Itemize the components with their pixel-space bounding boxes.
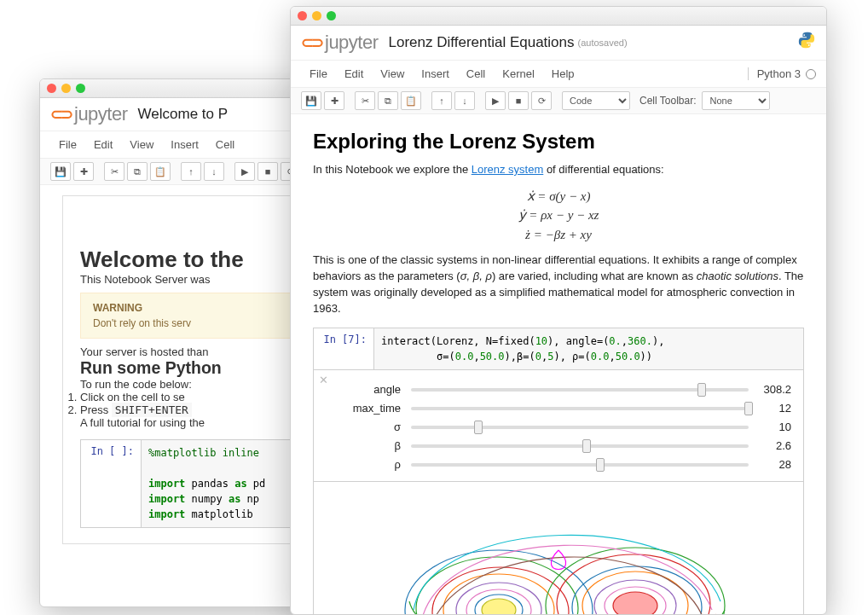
widget-label: σ xyxy=(326,421,411,433)
widget-label: max_time xyxy=(326,402,411,415)
cell-toolbar-label: Cell Toolbar: xyxy=(639,95,696,107)
widget-label: angle xyxy=(326,383,411,396)
menu-insert[interactable]: Insert xyxy=(413,64,458,84)
menu-file[interactable]: File xyxy=(301,64,336,84)
menu-help[interactable]: Help xyxy=(543,64,583,84)
widget-row-β: β2.6 xyxy=(326,438,791,454)
equation-block: ẋ = σ(y − x) ẏ = ρx − y − xz ż = −βz + x… xyxy=(313,187,804,245)
cell-toolbar-select[interactable]: None xyxy=(702,91,770,110)
header: ⊂⊃ jupyter Lorenz Differential Equations… xyxy=(291,26,826,61)
lorenz-link[interactable]: Lorenz system xyxy=(472,163,544,176)
restart-button[interactable]: ⟳ xyxy=(531,91,552,110)
widget-value: 2.6 xyxy=(749,439,791,452)
slider-angle[interactable] xyxy=(411,382,749,397)
menu-view[interactable]: View xyxy=(121,135,162,154)
prompt: In [7]: xyxy=(314,328,373,369)
move-down-button[interactable]: ↓ xyxy=(204,162,224,181)
cut-button[interactable]: ✂ xyxy=(104,162,124,181)
foreground-window: ⊂⊃ jupyter Lorenz Differential Equations… xyxy=(290,6,827,615)
slider-ρ[interactable] xyxy=(411,457,749,473)
page-title: Exploring the Lorenz System xyxy=(313,130,804,154)
copy-button[interactable]: ⧉ xyxy=(127,162,148,181)
widget-value: 10 xyxy=(749,421,791,433)
stop-button[interactable]: ■ xyxy=(258,162,278,181)
eq-2: ẏ = ρx − y − xz xyxy=(313,206,804,225)
titlebar xyxy=(291,7,826,26)
menu-edit[interactable]: Edit xyxy=(85,135,121,154)
menu-cell[interactable]: Cell xyxy=(458,64,494,84)
svg-point-14 xyxy=(613,592,657,615)
paste-button[interactable]: 📋 xyxy=(401,91,421,110)
save-button[interactable]: 💾 xyxy=(301,91,321,110)
run-button[interactable]: ▶ xyxy=(234,162,255,181)
maximize-icon[interactable] xyxy=(327,11,336,20)
maximize-icon[interactable] xyxy=(76,84,85,93)
kernel-indicator: Python 3 xyxy=(748,67,816,80)
stop-button[interactable]: ■ xyxy=(508,91,529,110)
widget-value: 308.2 xyxy=(749,383,791,396)
slider-max_time[interactable] xyxy=(411,401,749,416)
add-cell-button[interactable]: ✚ xyxy=(324,91,344,110)
logo-icon: ⊂⊃ xyxy=(50,105,71,124)
widget-value: 28 xyxy=(749,458,791,471)
svg-point-7 xyxy=(482,599,516,615)
widget-row-ρ: ρ28 xyxy=(326,457,791,473)
slider-σ[interactable] xyxy=(411,420,749,435)
kernel-status-icon xyxy=(806,69,816,79)
logo-icon: ⊂⊃ xyxy=(301,33,321,52)
code-body[interactable]: interact(Lorenz, N=fixed(10), angle=(0.,… xyxy=(373,328,803,369)
notebook-content: Exploring the Lorenz System In this Note… xyxy=(291,114,826,615)
menubar: File Edit View Insert Cell Kernel Help P… xyxy=(291,61,826,88)
paste-button[interactable]: 📋 xyxy=(150,162,171,181)
autosaved-label: (autosaved) xyxy=(578,38,628,48)
widget-label: β xyxy=(326,439,411,452)
python-icon xyxy=(797,31,816,55)
code-cell[interactable]: In [7]: interact(Lorenz, N=fixed(10), an… xyxy=(313,328,804,370)
desc-paragraph: This is one of the classic systems in no… xyxy=(313,252,804,316)
eq-3: ż = −βz + xy xyxy=(313,225,804,245)
move-up-button[interactable]: ↑ xyxy=(431,91,452,110)
attractor-svg xyxy=(362,490,755,615)
widget-row-angle: angle308.2 xyxy=(326,382,791,397)
menu-kernel[interactable]: Kernel xyxy=(494,64,543,84)
slider-β[interactable] xyxy=(411,438,749,454)
widget-value: 12 xyxy=(749,402,791,415)
intro-paragraph: In this Notebook we explore the Lorenz s… xyxy=(313,162,804,178)
logo-text: jupyter xyxy=(74,103,128,125)
menu-insert[interactable]: Insert xyxy=(162,135,207,154)
jupyter-logo: ⊂⊃ jupyter xyxy=(50,103,128,125)
minimize-icon[interactable] xyxy=(312,11,321,20)
notebook-title[interactable]: Welcome to P xyxy=(138,106,229,123)
add-cell-button[interactable]: ✚ xyxy=(73,162,94,181)
kernel-name: Python 3 xyxy=(757,67,801,80)
widget-label: ρ xyxy=(326,458,411,471)
cut-button[interactable]: ✂ xyxy=(355,91,375,110)
widget-row-σ: σ10 xyxy=(326,420,791,435)
notebook-title[interactable]: Lorenz Differential Equations xyxy=(389,34,575,51)
copy-button[interactable]: ⧉ xyxy=(378,91,398,110)
logo-text: jupyter xyxy=(325,32,379,54)
run-button[interactable]: ▶ xyxy=(485,91,506,110)
celltype-select[interactable]: Code xyxy=(562,91,630,110)
menu-edit[interactable]: Edit xyxy=(336,64,372,84)
menu-view[interactable]: View xyxy=(372,64,413,84)
jupyter-logo: ⊂⊃ jupyter xyxy=(301,32,379,54)
widget-row-max_time: max_time12 xyxy=(326,401,791,416)
move-up-button[interactable]: ↑ xyxy=(181,162,201,181)
save-button[interactable]: 💾 xyxy=(50,162,71,181)
prompt: In [ ]: xyxy=(81,440,141,527)
widget-panel: ✕ angle308.2max_time12σ10β2.6ρ28 xyxy=(313,370,804,482)
menu-file[interactable]: File xyxy=(50,135,85,154)
close-icon[interactable] xyxy=(47,84,56,93)
lorenz-plot xyxy=(313,482,804,615)
minimize-icon[interactable] xyxy=(61,84,71,93)
close-widget-icon[interactable]: ✕ xyxy=(319,374,328,386)
eq-1: ẋ = σ(y − x) xyxy=(313,187,804,206)
toolbar: 💾 ✚ ✂ ⧉ 📋 ↑ ↓ ▶ ■ ⟳ Code Cell Toolbar: N… xyxy=(291,88,826,114)
menu-cell[interactable]: Cell xyxy=(207,135,243,154)
move-down-button[interactable]: ↓ xyxy=(454,91,475,110)
close-icon[interactable] xyxy=(298,11,307,20)
